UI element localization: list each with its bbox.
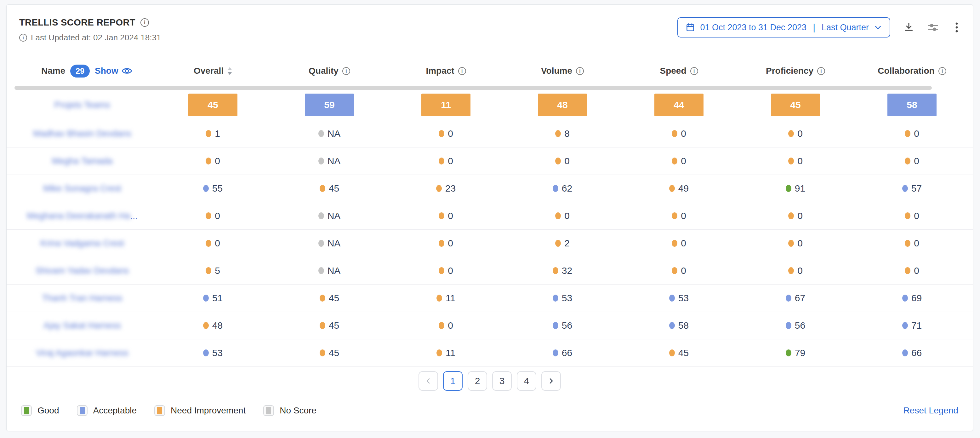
title-info-icon[interactable]: i (140, 18, 149, 27)
score-cell: 53 (154, 347, 271, 358)
metric-column-header[interactable]: Volume i (504, 66, 621, 76)
legend-checkbox[interactable] (77, 405, 88, 416)
show-names-button[interactable]: Show (95, 65, 132, 76)
legend-color-swatch (24, 407, 29, 414)
previous-page-button[interactable] (418, 371, 438, 391)
metric-header-label: Impact (426, 66, 454, 76)
page-button-3[interactable]: 3 (492, 371, 512, 391)
last-updated-info-icon: i (19, 34, 27, 41)
member-name-link[interactable]: Krina Vadgama Crest (10, 238, 154, 248)
score-bar-badge: 11 (422, 94, 471, 116)
page-button-4[interactable]: 4 (517, 371, 536, 391)
score-value: 0 (914, 156, 919, 166)
column-info-icon[interactable]: i (817, 67, 825, 75)
metric-header-label: Collaboration (878, 66, 934, 76)
score-value: NA (328, 128, 341, 139)
legend-item-good[interactable]: Good (21, 405, 59, 416)
metric-column-header[interactable]: Impact i (388, 66, 504, 76)
score-status-dot (439, 322, 444, 329)
score-value: 0 (797, 238, 803, 248)
more-menu-button[interactable] (952, 22, 961, 33)
settings-button[interactable] (928, 22, 939, 33)
legend-item-no-score[interactable]: No Score (263, 405, 317, 416)
score-status-dot (786, 295, 791, 301)
page-number-group: 1234 (443, 371, 536, 391)
member-name-link[interactable]: Madhav Bhasin Devdans (10, 129, 154, 139)
score-cell: 0 (154, 210, 271, 221)
legend-color-swatch (80, 407, 85, 414)
member-name-link[interactable]: Ajay Sakat Harness (10, 320, 154, 331)
sort-icon[interactable] (228, 67, 232, 75)
member-name-link[interactable]: Projets Teams (10, 100, 154, 110)
download-button[interactable] (904, 22, 914, 33)
metric-column-header[interactable]: Quality i (271, 66, 388, 76)
column-info-icon[interactable]: i (576, 67, 584, 75)
legend-checkbox[interactable] (21, 405, 32, 416)
score-cell: 66 (504, 347, 621, 358)
score-status-dot (672, 158, 678, 164)
score-status-dot (439, 240, 444, 247)
score-cell: 48 (504, 94, 621, 116)
member-name-link[interactable]: Meghana Deerakanath Ha... (10, 211, 154, 221)
score-value: 67 (795, 293, 805, 303)
score-cell: 45 (271, 347, 388, 358)
legend-checkbox[interactable] (154, 405, 165, 416)
legend-item-acceptable[interactable]: Acceptable (77, 405, 137, 416)
page-button-2[interactable]: 2 (468, 371, 487, 391)
score-cell: 0 (737, 210, 854, 221)
score-cell: 67 (737, 293, 854, 303)
score-status-dot (206, 267, 211, 274)
page-button-1[interactable]: 1 (443, 371, 463, 391)
score-status-dot (553, 349, 558, 357)
score-value: 1 (215, 128, 220, 139)
score-cell: 0 (737, 128, 854, 139)
score-status-dot (439, 130, 444, 137)
next-page-button[interactable] (541, 371, 561, 391)
column-info-icon[interactable]: i (342, 67, 350, 75)
download-icon (904, 22, 914, 33)
score-cell: NA (271, 210, 388, 221)
card-footer: GoodAcceptableNeed ImprovementNo Score R… (6, 405, 973, 416)
member-name-link[interactable]: Thanh Tran Harness (10, 293, 154, 303)
score-cell: 0 (504, 210, 621, 221)
metric-header-label: Volume (541, 66, 572, 76)
score-status-dot (439, 158, 444, 164)
score-status-dot (669, 322, 675, 329)
score-value: 55 (212, 183, 223, 194)
column-info-icon[interactable]: i (939, 67, 946, 75)
date-range-button[interactable]: 01 Oct 2023 to 31 Dec 2023 | Last Quarte… (678, 18, 890, 38)
legend-checkbox[interactable] (263, 405, 274, 416)
metric-column-header[interactable]: Speed i (621, 66, 737, 76)
score-status-dot (905, 130, 910, 137)
member-name-link[interactable]: Shivam Yadav Devdans (10, 266, 154, 276)
score-status-dot (555, 158, 561, 164)
metric-column-header[interactable]: Proficiency i (737, 66, 854, 76)
member-name-text: Shivam Yadav Devdans (36, 266, 129, 276)
column-info-icon[interactable]: i (458, 67, 466, 75)
table-row: Shivam Yadav Devdans 5 NA 0 32 0 0 0 (6, 257, 973, 285)
horizontal-scrollbar[interactable] (14, 86, 932, 90)
score-cell: 0 (388, 128, 504, 139)
reset-legend-link[interactable]: Reset Legend (904, 406, 958, 416)
score-status-dot (318, 267, 324, 274)
member-name-link[interactable]: Mike Sonagra Crest (10, 183, 154, 193)
legend-item-need-improvement[interactable]: Need Improvement (154, 405, 246, 416)
score-status-dot (786, 349, 791, 357)
metric-column-header[interactable]: Overall (154, 66, 271, 76)
table-row: Madhav Bhasin Devdans 1 NA 0 8 0 0 0 (6, 120, 973, 148)
score-value: 53 (562, 293, 572, 303)
metric-header-label: Overall (194, 66, 224, 76)
score-status-dot (555, 240, 561, 247)
column-info-icon[interactable]: i (690, 67, 698, 75)
score-value: 0 (448, 265, 453, 276)
metric-column-header[interactable]: Collaboration i (854, 66, 970, 76)
score-value: 45 (329, 347, 339, 358)
score-bar-badge: 45 (771, 94, 820, 116)
member-name-link[interactable]: Megha Tamada (10, 156, 154, 166)
legend-color-swatch (266, 407, 271, 414)
member-name-link[interactable]: Viraj Agaonkar Harness (10, 348, 154, 358)
score-value: 57 (912, 183, 922, 194)
score-status-dot (203, 322, 209, 329)
score-cell: 51 (154, 293, 271, 303)
trellis-score-report-card: TRELLIS SCORE REPORT i i Last Updated at… (6, 5, 973, 431)
